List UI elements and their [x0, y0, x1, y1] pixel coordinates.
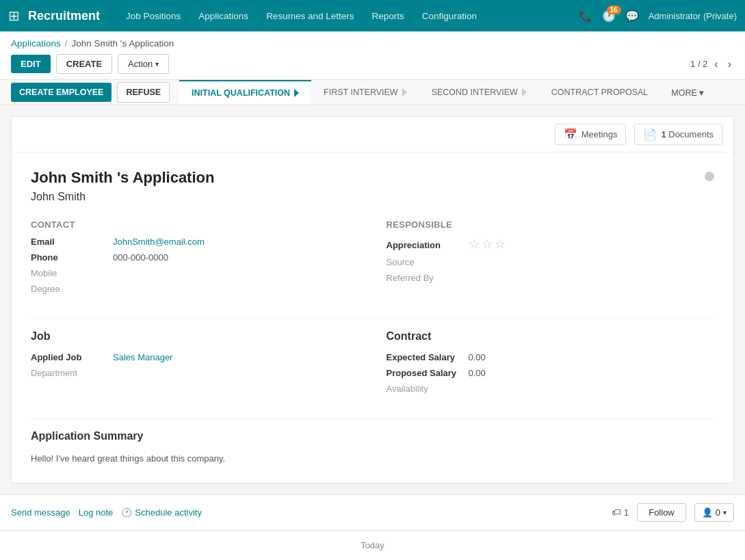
phone-value: 000-000-0000: [113, 252, 168, 263]
stage-list: INITIAL QUALIFICATION FIRST INTERVIEW SE…: [179, 80, 660, 105]
card-header: 📅 Meetings 📄 1 Documents: [12, 117, 733, 152]
breadcrumb-parent[interactable]: Applications: [11, 38, 61, 49]
stage-arrow-1: [294, 89, 299, 97]
breadcrumb-current: John Smith 's Application: [72, 38, 174, 49]
summary-text: Hello! I've heard great things about thi…: [31, 452, 714, 466]
action-dropdown-icon: ▾: [155, 60, 159, 68]
expected-salary-value: 0.00: [469, 352, 486, 362]
nav-reports[interactable]: Reports: [365, 8, 410, 24]
applied-job-label: Applied Job: [31, 352, 113, 362]
expected-salary-row: Expected Salary 0.00: [387, 352, 715, 362]
stage-initial-qualification[interactable]: INITIAL QUALIFICATION: [179, 80, 311, 105]
department-label: Department: [31, 368, 113, 378]
email-row: Email JohnSmith@email.com: [31, 237, 359, 247]
star-1[interactable]: ☆: [469, 237, 480, 252]
department-row: Department: [31, 368, 359, 378]
referred-by-row: Referred By: [387, 273, 715, 283]
action-bar: EDIT CREATE Action ▾ 1 / 2 ‹ ›: [11, 54, 734, 79]
top-form-section: Contact Email JohnSmith@email.com Phone …: [31, 219, 714, 299]
email-value[interactable]: JohnSmith@email.com: [113, 237, 205, 247]
proposed-salary-value: 0.00: [469, 368, 486, 378]
responsible-section-label: Responsible: [387, 219, 715, 230]
phone-icon[interactable]: 📞: [579, 10, 592, 23]
tag-button[interactable]: 🏷 1: [612, 507, 629, 518]
schedule-activity-button[interactable]: 🕐 Schedule activity: [121, 505, 202, 520]
nav-configuration[interactable]: Configuration: [415, 8, 484, 24]
status-indicator: [705, 172, 714, 181]
stage-arrow-2: [402, 88, 407, 96]
job-section-title: Job: [31, 330, 359, 343]
schedule-icon: 🕐: [121, 507, 132, 518]
tag-icon: 🏷: [612, 507, 621, 518]
referred-by-label: Referred By: [387, 273, 469, 283]
create-button[interactable]: CREATE: [56, 54, 112, 74]
section-divider-1: [31, 319, 714, 319]
follower-dropdown-icon: ▾: [723, 509, 727, 516]
mobile-label: Mobile: [31, 268, 113, 278]
breadcrumb-section: Applications / John Smith 's Application…: [0, 31, 745, 80]
follower-count-button[interactable]: 👤 0 ▾: [694, 503, 734, 522]
chat-icon[interactable]: 💬: [625, 10, 639, 23]
applied-job-row: Applied Job Sales Manager: [31, 352, 359, 362]
appreciation-label: Appreciation: [387, 240, 469, 250]
user-menu[interactable]: Administrator (Private): [649, 11, 737, 21]
nav-job-positions[interactable]: Job Positions: [119, 8, 187, 24]
calendar-icon: 📅: [564, 128, 577, 141]
breadcrumb: Applications / John Smith 's Application: [11, 38, 734, 54]
breadcrumb-separator: /: [65, 38, 68, 49]
activity-badge-wrap[interactable]: 🕐 16: [602, 10, 616, 23]
source-label: Source: [387, 257, 469, 267]
stage-arrow-3: [522, 88, 527, 96]
edit-button[interactable]: EDIT: [11, 55, 51, 73]
star-2[interactable]: ☆: [482, 237, 493, 252]
stage-first-interview[interactable]: FIRST INTERVIEW: [311, 80, 419, 105]
appreciation-row: Appreciation ☆ ☆ ☆: [387, 237, 715, 252]
summary-section: Application Summary Hello! I've heard gr…: [31, 430, 714, 466]
pagination-next-button[interactable]: ›: [725, 57, 734, 72]
availability-label: Availability: [387, 384, 469, 394]
phone-row: Phone 000-000-0000: [31, 252, 359, 263]
contact-column: Contact Email JohnSmith@email.com Phone …: [31, 219, 359, 299]
degree-label: Degree: [31, 284, 113, 294]
star-3[interactable]: ☆: [495, 237, 506, 252]
applicant-name: John Smith: [31, 191, 714, 203]
summary-section-title: Application Summary: [31, 430, 714, 442]
pagination: 1 / 2 ‹ ›: [690, 57, 734, 72]
activity-count: 16: [607, 5, 621, 14]
stage-contract-proposal[interactable]: CONTRACT PROPOSAL: [539, 80, 660, 105]
job-contract-section: Job Applied Job Sales Manager Department…: [31, 330, 714, 399]
section-divider-2: [31, 418, 714, 419]
create-employee-button[interactable]: CREATE EMPLOYEE: [11, 83, 112, 102]
stage-bar: CREATE EMPLOYEE REFUSE INITIAL QUALIFICA…: [0, 80, 745, 105]
proposed-salary-label: Proposed Salary: [387, 368, 469, 378]
responsible-column: Responsible Appreciation ☆ ☆ ☆ Source: [387, 219, 715, 299]
application-card: 📅 Meetings 📄 1 Documents John Smith 's A…: [11, 116, 734, 483]
appreciation-stars: ☆ ☆ ☆: [469, 237, 506, 252]
footer-bar: Send message Log note 🕐 Schedule activit…: [0, 494, 745, 530]
follow-button[interactable]: Follow: [637, 503, 686, 522]
action-button[interactable]: Action ▾: [118, 54, 169, 74]
pagination-prev-button[interactable]: ‹: [711, 57, 720, 72]
expected-salary-label: Expected Salary: [387, 352, 469, 362]
degree-row: Degree: [31, 284, 359, 294]
contact-section-label: Contact: [31, 219, 359, 230]
stage-second-interview[interactable]: SECOND INTERVIEW: [419, 80, 539, 105]
availability-row: Availability: [387, 384, 715, 394]
grid-menu-icon[interactable]: ⊞: [8, 8, 20, 24]
more-stages-button[interactable]: MORE ▾: [663, 81, 712, 105]
today-bar: Today: [0, 530, 745, 560]
followers-icon: 👤: [702, 507, 713, 518]
documents-button[interactable]: 📄 1 Documents: [634, 124, 722, 145]
phone-label: Phone: [31, 252, 113, 263]
send-message-button[interactable]: Send message: [11, 505, 70, 520]
applied-job-value[interactable]: Sales Manager: [113, 352, 172, 362]
log-note-button[interactable]: Log note: [79, 505, 114, 520]
top-navigation: ⊞ Recruitment Job Positions Applications…: [0, 0, 745, 31]
documents-count-label: 1 Documents: [661, 129, 714, 139]
meetings-button[interactable]: 📅 Meetings: [555, 124, 627, 145]
nav-applications[interactable]: Applications: [192, 8, 255, 24]
email-label: Email: [31, 237, 113, 247]
topnav-right: 📞 🕐 16 💬 Administrator (Private): [579, 10, 737, 23]
nav-resumes-letters[interactable]: Resumes and Letters: [259, 8, 361, 24]
refuse-button[interactable]: REFUSE: [117, 82, 170, 103]
